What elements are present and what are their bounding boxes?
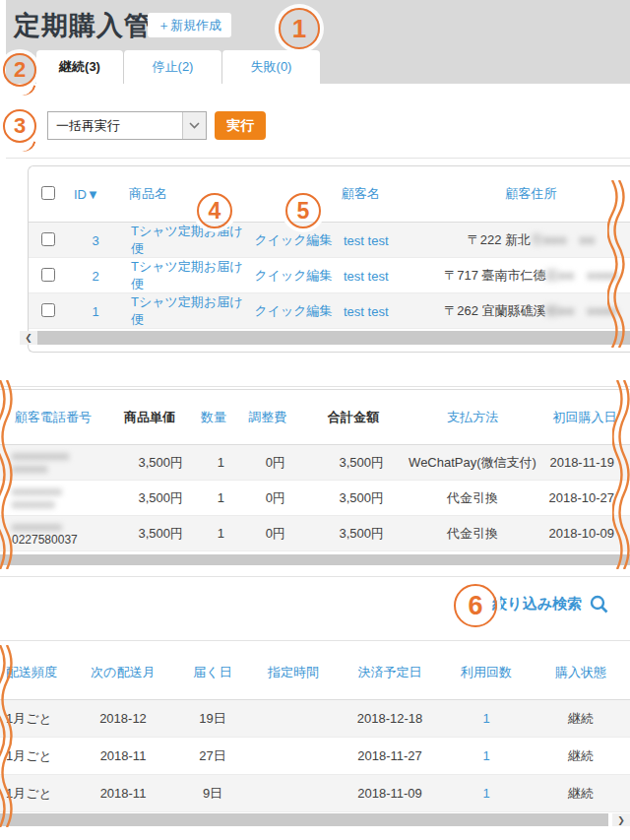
col-header-status: 購入状態 bbox=[532, 664, 630, 681]
scroll-right-icon[interactable]: ❯ bbox=[612, 813, 630, 826]
purchase-status: 継続 bbox=[532, 747, 630, 765]
customer-phone: ●●●●●●●● ●●●●● bbox=[0, 450, 106, 476]
purchase-status: 継続 bbox=[532, 785, 630, 803]
first-purchase-date: 2018-10-27 bbox=[539, 490, 630, 505]
filter-search-label: 絞り込み検索 bbox=[492, 595, 582, 614]
total-amount: 3,500円 bbox=[301, 525, 406, 543]
col-header-time-slot: 指定時間 bbox=[248, 664, 339, 681]
payment-due-date: 2018-12-18 bbox=[339, 711, 441, 726]
product-name: Tシャツ定期お届け便 bbox=[123, 223, 251, 258]
delivery-day: 27日 bbox=[177, 747, 248, 765]
annotation-circle-4: 4 bbox=[197, 193, 232, 228]
product-name: Tシャツ定期お届け便 bbox=[123, 258, 251, 293]
quick-edit-link[interactable]: クイック編集 bbox=[251, 302, 336, 320]
table1-header-row: ID▼ 商品名 顧客名 顧客住所 bbox=[29, 166, 630, 223]
delivery-day: 9日 bbox=[177, 785, 248, 803]
col-header-phone: 顧客電話番号 bbox=[0, 409, 106, 426]
col-header-delivery-day: 届く日 bbox=[177, 664, 248, 681]
first-purchase-date: 2018-10-09 bbox=[539, 526, 630, 541]
annotation-circle-5: 5 bbox=[285, 193, 321, 228]
delivery-frequency: 1月ごと bbox=[0, 785, 69, 803]
search-icon bbox=[590, 595, 608, 614]
table-row: 1月ごと 2018-11 9日 2018-11-09 1 継続 bbox=[0, 775, 630, 812]
customer-name: test test bbox=[336, 304, 424, 319]
customer-phone: ●●●●●●● 0227580037 bbox=[0, 521, 106, 547]
adjustment-fee: 0円 bbox=[234, 454, 301, 472]
divider bbox=[0, 576, 630, 577]
id-link[interactable]: 2 bbox=[68, 269, 123, 284]
product-name: Tシャツ定期お届け便 bbox=[123, 293, 251, 329]
row-checkbox[interactable] bbox=[41, 303, 55, 317]
customer-name: test test bbox=[336, 233, 424, 248]
id-link[interactable]: 3 bbox=[68, 233, 123, 248]
divider bbox=[6, 158, 630, 159]
unit-price: 3,500円 bbox=[106, 489, 193, 507]
id-link[interactable]: 1 bbox=[68, 304, 123, 319]
payment-method: 代金引換 bbox=[406, 489, 539, 507]
next-delivery-month: 2018-12 bbox=[69, 711, 177, 726]
tab-stopped[interactable]: 停止(2) bbox=[123, 50, 221, 84]
new-create-button[interactable]: ＋新規作成 bbox=[148, 13, 231, 37]
horizontal-scrollbar: ❮ bbox=[20, 331, 630, 345]
col-header-first-purchase-date: 初回購入日 bbox=[539, 409, 630, 426]
payment-method: 代金引換 bbox=[406, 525, 539, 543]
tab-failed[interactable]: 失敗(0) bbox=[221, 50, 320, 84]
execute-button[interactable]: 実行 bbox=[215, 111, 266, 140]
scrollbar-thumb[interactable] bbox=[0, 813, 608, 826]
annotation-circle-1: 1 bbox=[279, 8, 320, 49]
unit-price: 3,500円 bbox=[106, 454, 193, 472]
row-checkbox[interactable] bbox=[41, 232, 55, 246]
table-row: ●●●●●●● ●●●●●● 3,500円 1 0円 3,500円 代金引換 2… bbox=[0, 481, 630, 516]
filter-search-link[interactable]: 絞り込み検索 bbox=[492, 595, 608, 614]
table-row: 1 Tシャツ定期お届け便 クイック編集 test test 〒262 宜蘭縣礁溪… bbox=[29, 293, 630, 329]
customer-address: 〒262 宜蘭縣礁溪鄉●● ●●●● bbox=[424, 302, 630, 320]
quick-edit-link[interactable]: クイック編集 bbox=[251, 267, 336, 285]
usage-count-link[interactable]: 1 bbox=[441, 748, 532, 763]
tab-continue[interactable]: 継続(3) bbox=[36, 50, 123, 84]
table-row: 3 Tシャツ定期お届け便 クイック編集 test test 〒222 新北市●●… bbox=[29, 223, 630, 258]
table2-header-row: 顧客電話番号 商品単価 数量 調整費 合計金額 支払方法 初回購入日 bbox=[0, 389, 630, 445]
payment-table-section: 顧客電話番号 商品単価 数量 調整費 合計金額 支払方法 初回購入日 ●●●●●… bbox=[0, 389, 630, 551]
payment-due-date: 2018-11-09 bbox=[339, 786, 441, 801]
customer-phone: ●●●●●●● ●●●●●● bbox=[0, 485, 106, 511]
scrollbar-thumb[interactable] bbox=[37, 331, 630, 345]
table-row: 1月ごと 2018-12 19日 2018-12-18 1 継続 bbox=[0, 700, 630, 738]
col-header-payment-due: 決済予定日 bbox=[339, 664, 441, 681]
scrollbar-thumb[interactable] bbox=[0, 554, 630, 565]
col-header-usage-count: 利用回数 bbox=[441, 664, 532, 681]
total-amount: 3,500円 bbox=[301, 454, 406, 472]
chevron-down-icon bbox=[189, 122, 200, 129]
total-amount: 3,500円 bbox=[301, 489, 406, 507]
customer-address: 〒717 臺南市仁德區●● ●●●● bbox=[424, 267, 630, 285]
table-row: 1月ごと 2018-11 27日 2018-11-27 1 継続 bbox=[0, 738, 630, 775]
quick-edit-link[interactable]: クイック編集 bbox=[251, 231, 336, 249]
payment-method: WeChatPay(微信支付) bbox=[406, 454, 539, 472]
adjustment-fee: 0円 bbox=[234, 525, 301, 543]
next-delivery-month: 2018-11 bbox=[69, 786, 177, 801]
select-arrow-box bbox=[182, 112, 206, 139]
adjustment-fee: 0円 bbox=[234, 489, 301, 507]
usage-count-link[interactable]: 1 bbox=[441, 786, 532, 801]
horizontal-scrollbar: ❯ bbox=[0, 813, 630, 826]
payment-due-date: 2018-11-27 bbox=[339, 748, 441, 763]
subscription-table-panel: ID▼ 商品名 顧客名 顧客住所 3 Tシャツ定期お届け便 クイック編集 tes… bbox=[28, 165, 630, 353]
col-header-id[interactable]: ID▼ bbox=[68, 187, 123, 202]
col-header-customer: 顧客名 bbox=[336, 185, 424, 203]
annotation-circle-2: 2 bbox=[3, 53, 36, 87]
table3-header-row: 配送頻度 次の配送月 届く日 指定時間 決済予定日 利用回数 購入状態 bbox=[0, 645, 630, 700]
scroll-left-icon[interactable]: ❮ bbox=[20, 331, 37, 345]
filter-search-row: 絞り込み検索 bbox=[0, 589, 630, 624]
col-header-product: 商品名 bbox=[123, 185, 251, 203]
usage-count-link[interactable]: 1 bbox=[441, 711, 532, 726]
table-row: 2 Tシャツ定期お届け便 クイック編集 test test 〒717 臺南市仁德… bbox=[29, 258, 630, 293]
bulk-action-select[interactable]: 一括再実行 bbox=[47, 111, 207, 140]
col-header-address: 顧客住所 bbox=[424, 185, 630, 203]
col-header-next-month: 次の配送月 bbox=[69, 664, 177, 681]
delivery-day: 19日 bbox=[177, 710, 248, 728]
row-checkbox[interactable] bbox=[41, 268, 55, 282]
table-row: ●●●●●●● 0227580037 3,500円 1 0円 3,500円 代金… bbox=[0, 516, 630, 551]
customer-address: 〒222 新北市●●● ●● bbox=[424, 231, 630, 249]
unit-price: 3,500円 bbox=[106, 525, 193, 543]
divider bbox=[0, 640, 630, 641]
select-all-checkbox[interactable] bbox=[41, 186, 55, 200]
